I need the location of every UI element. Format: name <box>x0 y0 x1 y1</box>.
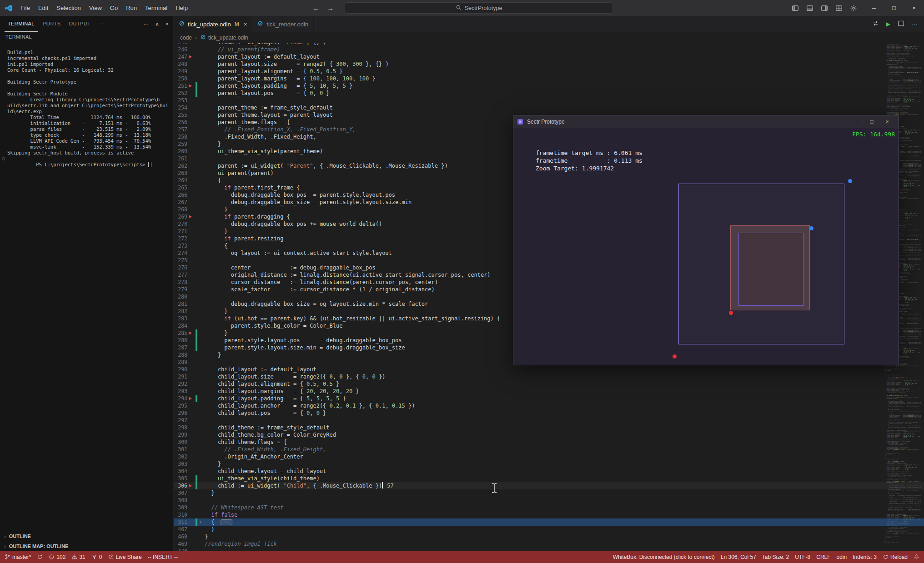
status-language-mode[interactable]: odin <box>837 554 847 560</box>
line-number[interactable]: 287 <box>174 344 187 351</box>
close-panel-icon[interactable]: × <box>166 21 169 27</box>
line-number[interactable]: 283 <box>174 315 187 322</box>
line-number[interactable]: 247 <box>174 53 187 60</box>
search-box[interactable]: SectrPrototype <box>345 2 613 14</box>
editor-more-actions-icon[interactable]: ··· <box>912 21 918 28</box>
menu-file[interactable]: File <box>16 0 34 16</box>
status-notifications[interactable] <box>914 554 919 560</box>
menu-view[interactable]: View <box>85 0 106 16</box>
line-number[interactable]: 290 <box>174 366 187 373</box>
line-number[interactable]: 251 <box>174 82 187 90</box>
status-git-branch[interactable]: master* <box>5 554 31 560</box>
code-line[interactable]: 297 <box>174 417 924 424</box>
child-widget-box[interactable] <box>730 225 810 310</box>
line-number[interactable]: 289 <box>174 359 187 366</box>
code-line[interactable]: 469//endregion Imgui Tick <box>174 540 924 548</box>
sectr-close-button[interactable]: × <box>879 116 895 128</box>
line-number[interactable]: 302 <box>174 453 187 460</box>
status-live-share[interactable]: Live Share <box>108 554 141 560</box>
code-line[interactable]: 310 if false <box>174 511 924 518</box>
line-number[interactable]: 275 <box>174 257 187 264</box>
line-number[interactable]: 261 <box>174 155 187 162</box>
line-number[interactable]: 257 <box>174 126 187 133</box>
line-number[interactable]: 264 <box>174 177 187 184</box>
panel-tab-terminal[interactable]: TERMINAL <box>5 16 38 32</box>
code-line[interactable]: 253 <box>174 97 924 104</box>
run-button[interactable]: ▶ <box>886 21 890 27</box>
code-line[interactable]: 304 child_theme.layout = child_layout <box>174 468 924 475</box>
code-line[interactable]: 246 // ui_parent(frame) <box>174 46 924 53</box>
sectr-prototype-window[interactable]: Sectr Prototype ─□× FPS: 164.998 frameti… <box>513 115 899 365</box>
code-line[interactable]: 252 parent_layout.pos = { 0, 0 } <box>174 90 924 97</box>
line-number[interactable]: 293 <box>174 388 187 395</box>
line-number[interactable]: 299 <box>174 431 187 438</box>
code-line[interactable]: 468} <box>174 533 924 540</box>
line-number[interactable]: 307 <box>174 489 187 497</box>
split-editor-icon[interactable] <box>898 20 904 28</box>
code-line[interactable]: 303 } <box>174 460 924 468</box>
section-outline-map-outline[interactable]: ›OUTLINE MAP: OUTLINE <box>0 541 173 551</box>
line-number[interactable]: 267 <box>174 199 187 206</box>
line-number[interactable]: 256 <box>174 119 187 126</box>
close-button[interactable]: × <box>904 0 924 16</box>
line-number[interactable]: 469 <box>174 540 187 548</box>
status-tab-size[interactable]: Tab Size: 2 <box>762 554 789 560</box>
line-number[interactable]: 255 <box>174 111 187 119</box>
panel-more-actions-icon[interactable]: ··· <box>143 21 149 27</box>
code-line[interactable]: 308 <box>174 497 924 504</box>
code-line[interactable]: 467 } <box>174 526 924 533</box>
line-number[interactable]: 248 <box>174 60 187 68</box>
line-number[interactable]: 311 <box>174 518 187 526</box>
toggle-secondary-sidebar-icon[interactable] <box>818 2 831 15</box>
line-number[interactable]: 277 <box>174 271 187 279</box>
code-line[interactable]: 309 // Whitespace AST test <box>174 504 924 511</box>
line-number[interactable]: 467 <box>174 526 187 533</box>
close-tab-icon[interactable]: × <box>244 21 247 28</box>
code-line[interactable]: 250 parent_layout.margins = { 100, 100, … <box>174 75 924 82</box>
status-encoding[interactable]: UTF-8 <box>795 554 810 560</box>
line-number[interactable]: 265 <box>174 184 187 191</box>
fold-chevron-icon[interactable]: › <box>199 518 202 526</box>
code-line[interactable]: 300 child_theme.flags = { <box>174 438 924 446</box>
vscode-logo-icon[interactable] <box>5 4 16 12</box>
line-number[interactable]: 249 <box>174 68 187 75</box>
section-outline[interactable]: ›OUTLINE <box>0 531 173 541</box>
line-number[interactable]: 470 <box>174 548 187 551</box>
code-line[interactable]: 245 frame := ui_widget( "Frame", {} ) <box>174 43 924 46</box>
line-number[interactable]: 254 <box>174 104 187 111</box>
line-number[interactable]: 284 <box>174 322 187 329</box>
back-arrow-icon[interactable]: ← <box>313 4 320 12</box>
sectr-viewport[interactable]: FPS: 164.998 frametime_target_ms : 6.061… <box>513 128 899 365</box>
code-line[interactable]: 290 child_layout := default_layout <box>174 366 924 373</box>
toggle-sidebar-icon[interactable] <box>788 2 802 15</box>
terminal[interactable]: Build.ps1 incremental_checks.ps1 importe… <box>0 42 173 531</box>
code-line[interactable]: 295 child_layout.anchor = range2({ 0.2, … <box>174 402 924 409</box>
line-number[interactable]: 258 <box>174 133 187 140</box>
line-number[interactable]: 274 <box>174 249 187 257</box>
code-line[interactable]: 302 .Origin_At_Anchor_Center <box>174 453 924 460</box>
code-line[interactable]: 305 ui_theme_via_style(child_theme) <box>174 475 924 482</box>
code-line[interactable]: 251 parent_layout.padding = { 5, 10, 5, … <box>174 82 924 90</box>
line-number[interactable]: 262 <box>174 162 187 169</box>
line-number[interactable]: 281 <box>174 300 187 308</box>
tab-tick_update.odin[interactable]: tick_update.odinM× <box>174 16 252 32</box>
line-number[interactable]: 268 <box>174 206 187 213</box>
line-number[interactable]: 303 <box>174 460 187 468</box>
line-number[interactable]: 253 <box>174 97 187 104</box>
panel-tab-ports[interactable]: PORTS <box>40 16 64 32</box>
line-number[interactable]: 286 <box>174 337 187 344</box>
maximize-button[interactable]: □ <box>884 0 904 16</box>
status-problems-warnings[interactable]: 31 <box>71 554 85 560</box>
line-number[interactable]: 306 <box>174 482 187 489</box>
maximize-panel-icon[interactable]: ∧ <box>155 21 159 27</box>
code-line[interactable]: 293 child_layout.margins = { 20, 20, 20,… <box>174 388 924 395</box>
line-number[interactable]: 309 <box>174 504 187 511</box>
customize-layout-icon[interactable] <box>832 2 846 15</box>
code-line[interactable]: 298 child_theme := frame_style_default <box>174 424 924 431</box>
sectr-title-bar[interactable]: Sectr Prototype ─□× <box>513 115 899 128</box>
status-problems-errors[interactable]: 102 <box>49 554 65 560</box>
line-number[interactable]: 271 <box>174 228 187 235</box>
status-cursor-position[interactable]: Ln 306, Col 57 <box>721 554 756 560</box>
line-number[interactable]: 298 <box>174 424 187 431</box>
line-number[interactable]: 279 <box>174 286 187 293</box>
